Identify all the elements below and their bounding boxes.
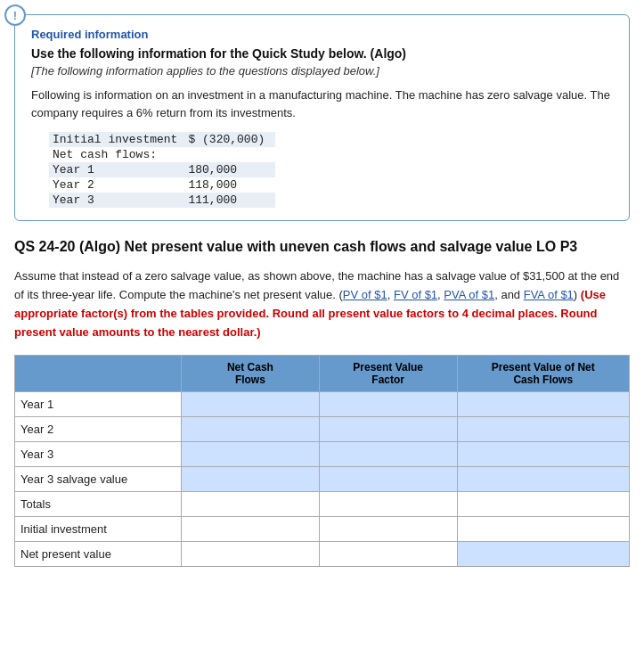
row-label-1: Year 2 [15,416,182,441]
info-row-value-3: 118,000 [188,177,275,193]
col-header-label [15,355,182,391]
ncf-cell-2[interactable] [182,441,320,466]
info-row-label-1: Net cash flows: [49,147,188,162]
row-label-6: Net present value [15,541,182,566]
pvf-cell-0[interactable] [319,391,457,416]
pvcf-cell-5 [457,516,629,541]
info-row-label-0: Initial investment [49,132,188,147]
pvf-cell-1[interactable] [319,416,457,441]
col-header-ncf: Net CashFlows [182,355,320,391]
row-label-2: Year 3 [15,441,182,466]
pvf-cell-2[interactable] [319,441,457,466]
pvcf-cell-0[interactable] [457,391,629,416]
info-row-value-0: $ (320,000) [188,132,275,147]
npv-table: Net CashFlows Present ValueFactor Presen… [14,355,630,567]
pvcf-cell-6[interactable] [457,541,629,566]
ncf-cell-0[interactable] [182,391,320,416]
ncf-cell-4 [182,491,320,516]
body-end-plain: ) [574,288,581,301]
info-row-value-1 [188,147,275,162]
info-body: Following is information on an investmen… [31,86,613,121]
pvcf-cell-4 [457,491,629,516]
ncf-cell-1[interactable] [182,416,320,441]
ncf-cell-3[interactable] [182,466,320,491]
pvcf-cell-1[interactable] [457,416,629,441]
info-row-value-2: 180,000 [188,162,275,177]
sep1: , [387,288,394,301]
pvcf-cell-3[interactable] [457,466,629,491]
link-fva1[interactable]: FVA of $1 [524,288,574,301]
ncf-cell-5 [182,516,320,541]
body-text: Assume that instead of a zero salvage va… [14,267,630,341]
info-box: ! Required information Use the following… [14,14,630,221]
pvf-cell-5 [319,516,457,541]
info-icon: ! [4,4,26,26]
row-label-3: Year 3 salvage value [15,466,182,491]
pvf-cell-6 [319,541,457,566]
sep3: , and [494,288,524,301]
info-row-value-4: 111,000 [188,193,275,208]
required-info-label: Required information [31,28,613,41]
row-label-0: Year 1 [15,391,182,416]
pvcf-cell-2[interactable] [457,441,629,466]
link-fv1[interactable]: FV of $1 [394,288,437,301]
info-row-label-2: Year 1 [49,162,188,177]
link-pva1[interactable]: PVA of $1 [444,288,494,301]
section-heading: QS 24-20 (Algo) Net present value with u… [14,237,630,257]
info-italic: [The following information applies to th… [31,64,613,78]
row-label-5: Initial investment [15,516,182,541]
col-header-pvf: Present ValueFactor [319,355,457,391]
info-heading: Use the following information for the Qu… [31,46,613,61]
info-row-label-4: Year 3 [49,193,188,208]
ncf-cell-6 [182,541,320,566]
col-header-pvcf: Present Value of NetCash Flows [457,355,629,391]
pvf-cell-3[interactable] [319,466,457,491]
info-row-label-3: Year 2 [49,177,188,193]
link-pv1[interactable]: PV of $1 [343,288,387,301]
pvf-cell-4 [319,491,457,516]
investment-data-table: Initial investment$ (320,000)Net cash fl… [49,132,275,208]
row-label-4: Totals [15,491,182,516]
